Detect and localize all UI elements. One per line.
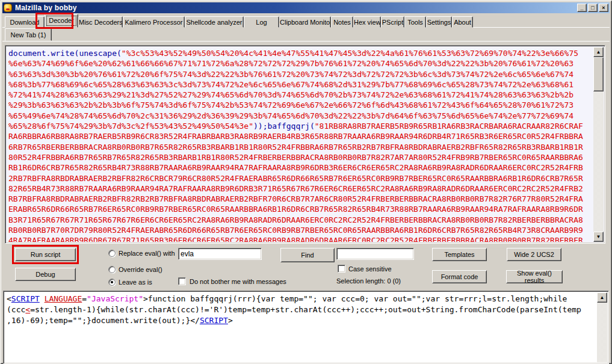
tab-new-tab-1[interactable]: New Tab (1)	[5, 28, 52, 41]
tab-decoder[interactable]: Decoder	[45, 14, 78, 28]
script-code-line: (ccc<=str.length-1){while(str.charAt(ccc…	[7, 304, 597, 315]
script-code-line: ,16)-69);temp="";}document.write(out);}<…	[7, 315, 597, 326]
radio-icon	[108, 279, 116, 286]
tab-hex-view[interactable]: Hex view	[353, 16, 381, 28]
scroll-up-icon[interactable]: ▲	[593, 47, 604, 57]
radio-icon	[108, 266, 116, 273]
messages-checkbox[interactable]	[178, 277, 186, 285]
radio-override-eval-label: Override eval()	[119, 266, 162, 273]
format-code-button[interactable]: Format code	[432, 270, 487, 283]
maximize-icon[interactable]: □	[588, 4, 598, 12]
decoder-code-line: %68%3b%77%68%69%6c%65%28%63%63%63%3c%3d%…	[8, 79, 593, 90]
radio-leave-as-is-label: Leave as is	[119, 279, 152, 286]
window-title: Malzilla by bobby	[15, 4, 576, 12]
main-tab-bar: DownloadDecoderMisc DecodersKalimero Pro…	[5, 14, 473, 28]
decoder-code-line: %63%63%3d%30%3b%20%76%61%72%20%6f%75%74%…	[8, 69, 593, 79]
run-script-button[interactable]: Run script	[15, 248, 76, 261]
script-code-line: <SCRIPT LANGUAGE="JavaScript">function b…	[7, 294, 597, 304]
tab-kalimero-processor[interactable]: Kalimero Processor	[123, 16, 185, 28]
tab-tools[interactable]: Tools	[404, 16, 426, 28]
malzilla-window: Malzilla by bobby _ □ × DownloadDecoderM…	[0, 0, 612, 364]
tab-settings[interactable]: Settings	[426, 16, 452, 28]
decoder-code-line: %65%28%6f%75%74%29%3b%7d%3c%2f%53%43%52%…	[8, 121, 593, 131]
tab-log[interactable]: Log	[244, 16, 279, 28]
decoder-text-area[interactable]: document.write(unescape("%3c%53%43%52%49…	[5, 45, 605, 244]
script-text-content: <SCRIPT LANGUAGE="JavaScript">function b…	[5, 292, 597, 362]
find-input[interactable]	[336, 248, 414, 260]
tab-misc-decoders[interactable]: Misc Decoders	[78, 16, 123, 28]
wide-2-ucs2-button[interactable]: Wide 2 UCS2	[507, 248, 561, 261]
decoder-code-line: B3R71R65R67R67R71R65R67R67R6ER6CR6ER65RC…	[8, 215, 593, 225]
tab-download[interactable]: Download	[5, 16, 45, 28]
case-sensitive-checkbox[interactable]	[338, 265, 345, 273]
script-text-area[interactable]: <SCRIPT LANGUAGE="JavaScript">function b…	[3, 291, 609, 364]
scroll-down-icon[interactable]: ▼	[593, 232, 604, 242]
tab-shellcode-analyzer[interactable]: Shellcode analyzer	[185, 16, 244, 28]
show-eval-results-button[interactable]: Show eval() results	[506, 270, 563, 283]
find-button[interactable]: Find	[280, 248, 335, 262]
decoder-code-line: RB1R6DR6CRB7R65R82R65RB4R73R88RB7RAARA6R…	[8, 162, 593, 173]
divider	[2, 41, 610, 42]
decoder-code-line: ERABR65R6DR66R65RB7R6ER65RC0RB9RB7RBER65…	[8, 204, 593, 214]
script-scrollbar[interactable]: ▲	[597, 292, 607, 362]
radio-override-eval[interactable]: Override eval()	[108, 265, 162, 274]
radio-replace-eval-label: Replace eval() with	[119, 250, 175, 257]
tab-about[interactable]: About	[452, 16, 473, 28]
radio-leave-as-is[interactable]: Leave as is	[108, 278, 152, 286]
decoder-code-line: 4RA7RAFRAARA8RB9R6DR67R67R71R65RB3R6ER6C…	[8, 235, 593, 242]
decoder-code-line: RB7RBFRA8RBDRABRAERB2RBFR82RB2RB7RBFRA8R…	[8, 194, 593, 204]
decoder-code-line: 2RB7RBFRA8RBDRABRAERB2RBFR82R6CRBCR79R6C…	[8, 173, 593, 184]
decoder-code-line: %65%49%6e%74%28%74%65%6d%70%2c%31%36%29%…	[8, 111, 593, 121]
decoder-code-line: RA6RBBRA6RB8RA8RB7RAERB5RB9R6CR83R52R4FR…	[8, 131, 593, 141]
selection-length-status: Selection length: 0 (0)	[336, 277, 401, 285]
replace-eval-input[interactable]	[178, 248, 262, 260]
decoder-code-line: %29%3b%63%63%63%2b%2b%3b%6f%75%74%3d%6f%…	[8, 100, 593, 110]
decoder-code-line: %6e%63%74%69%6f%6e%20%62%61%66%66%67%71%…	[8, 58, 593, 69]
decoder-scrollbar[interactable]: ▲ ▼	[593, 47, 604, 242]
malzilla-app-icon	[4, 4, 12, 12]
decoder-code-line: RB0RB0RB7R70R7DR79R80R52R4FRAERABR65R6DR…	[8, 225, 593, 235]
decoder-code-line: 82R65RB4R73R88RB7RAARA6RB9RAAR94RA7RAFRA…	[8, 184, 593, 194]
scrollbar-thumb[interactable]	[593, 57, 604, 91]
tab-pscript[interactable]: PScript	[381, 16, 404, 28]
decoder-code-line: %72%41%74%28%63%63%63%29%21%3d%27%52%27%…	[8, 90, 593, 100]
tab-clipboard-monitor[interactable]: Clipboard Monitor	[279, 16, 331, 28]
scroll-up-icon[interactable]: ▲	[597, 292, 607, 303]
minimize-icon[interactable]: _	[577, 4, 587, 12]
decoder-code-line: 6RB7R65RBERBERBBRACRA8RB0RB0RB7R65R82R65…	[8, 142, 593, 152]
decoder-text-content: document.write(unescape("%3c%53%43%52%49…	[7, 47, 593, 242]
radio-replace-eval[interactable]: Replace eval() with	[108, 249, 175, 258]
close-icon[interactable]: ×	[599, 4, 608, 12]
messages-checkbox-label: Do not bother me with messages	[190, 278, 286, 285]
decoder-code-line: 80R52R4FRBBRA6RB7R65RB7R65R82R65RB3RBARB…	[8, 152, 593, 162]
debug-button[interactable]: Debug	[15, 268, 76, 281]
title-bar: Malzilla by bobby _ □ ×	[2, 2, 610, 13]
case-sensitive-label: Case sensitive	[348, 265, 392, 273]
radio-icon	[108, 250, 116, 257]
templates-button[interactable]: Templates	[432, 248, 487, 261]
decoder-code-line: document.write(unescape("%3c%53%43%52%49…	[8, 48, 593, 58]
tab-notes[interactable]: Notes	[331, 16, 353, 28]
